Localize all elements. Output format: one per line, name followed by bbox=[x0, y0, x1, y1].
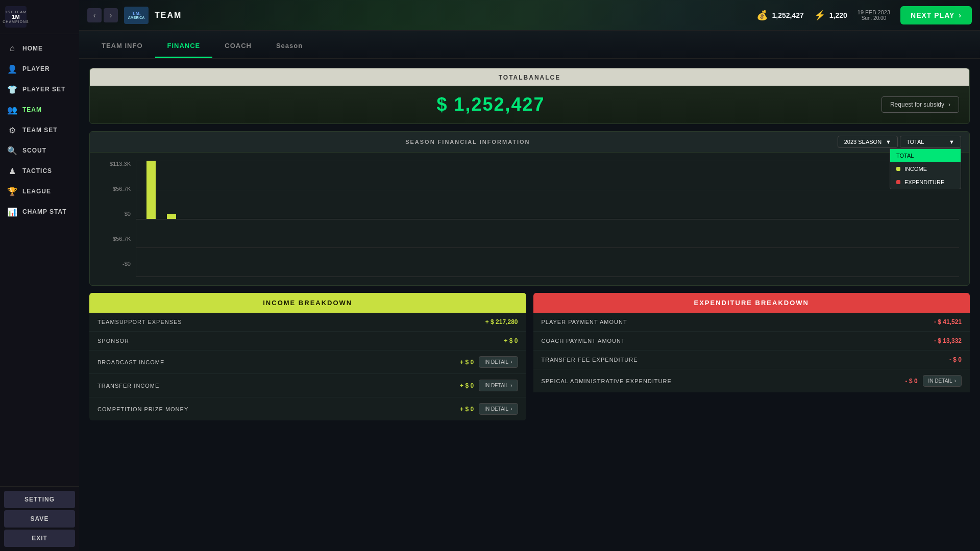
sidebar-item-player-set[interactable]: 👕 PLAYER SET bbox=[0, 79, 79, 99]
subsidy-label: Request for subsidy bbox=[890, 101, 944, 108]
balance-header-text: TOTALBANALCE bbox=[499, 74, 561, 81]
tab-finance[interactable]: FINANCE bbox=[155, 35, 213, 58]
dropdown-option-total[interactable]: TOTAL bbox=[890, 149, 961, 162]
expenditure-detail-label-3: IN DETAIL bbox=[928, 378, 952, 384]
season-dropdown[interactable]: 2023 SEASON ▼ bbox=[838, 136, 898, 148]
day-time-value: Sun. 20:00 bbox=[857, 15, 890, 21]
total-dropdown-chevron-icon: ▼ bbox=[949, 139, 954, 145]
balance-header: TOTALBANALCE bbox=[90, 68, 969, 86]
sidebar-item-label-tactics: TACTICS bbox=[22, 167, 52, 174]
chart-grid-3 bbox=[136, 247, 959, 248]
sidebar-item-label-scout: SCOUT bbox=[22, 147, 46, 154]
sidebar-item-label-player: PLAYER bbox=[22, 65, 50, 72]
tab-coach[interactable]: COACH bbox=[212, 35, 264, 58]
sidebar-item-team[interactable]: 👥 TEAM bbox=[0, 99, 79, 120]
date-value: 19 FEB 2023 bbox=[857, 9, 890, 15]
team-icon: 👥 bbox=[7, 105, 17, 115]
logo-sub-text: CHAMPIONS bbox=[3, 20, 29, 23]
next-play-button[interactable]: NEXT PLAY › bbox=[900, 6, 972, 24]
chart-bar-1 bbox=[167, 214, 176, 218]
sidebar-item-label-team: TEAM bbox=[22, 106, 42, 113]
chart-zero-line bbox=[136, 219, 959, 219]
sidebar-item-league[interactable]: 🏆 LEAGUE bbox=[0, 181, 79, 202]
sidebar-item-scout[interactable]: 🔍 SCOUT bbox=[0, 140, 79, 161]
chart-bar-0 bbox=[146, 161, 156, 219]
chart-y-label-0: $113.3K bbox=[110, 161, 131, 167]
expenditure-label-2: TRANSFER FEE EXPENDITURE bbox=[542, 357, 911, 363]
income-header: INCOME BREAKDOWN bbox=[89, 293, 526, 313]
next-play-label: NEXT PLAY bbox=[911, 11, 954, 19]
sidebar-bottom: SETTING SAVE EXIT bbox=[0, 486, 79, 551]
balance-section: TOTALBANALCE $ 1,252,427 Request for sub… bbox=[89, 68, 970, 124]
sidebar-item-label-champ-stat: CHAMP STAT bbox=[22, 208, 67, 215]
topbar-stats: 💰 1,252,427 ⚡ 1,220 19 FEB 2023 Sun. 20:… bbox=[756, 6, 972, 24]
player-icon: 👤 bbox=[7, 64, 17, 74]
income-row-1: SPONSOR + $ 0 bbox=[89, 332, 526, 350]
topbar-date: 19 FEB 2023 Sun. 20:00 bbox=[857, 9, 890, 21]
income-label-3: TRANSFER INCOME bbox=[97, 383, 423, 389]
dropdown-option-income[interactable]: INCOME bbox=[890, 162, 961, 176]
income-detail-button-3[interactable]: IN DETAIL › bbox=[479, 380, 518, 391]
subsidy-button[interactable]: Request for subsidy › bbox=[881, 96, 959, 113]
balance-amount: $ 1,252,427 bbox=[100, 94, 881, 115]
logo-main-text: 1M bbox=[12, 14, 19, 20]
content-area: TOTALBANALCE $ 1,252,427 Request for sub… bbox=[79, 59, 980, 551]
sidebar-item-tactics[interactable]: ♟ TACTICS bbox=[0, 161, 79, 181]
income-detail-label-4: IN DETAIL bbox=[484, 406, 508, 412]
dropdown-option-expenditure[interactable]: EXPENDITURE bbox=[890, 176, 961, 189]
expenditure-label-0: PLAYER PAYMENT AMOUNT bbox=[542, 319, 911, 325]
total-dropdown-label: TOTAL bbox=[906, 139, 924, 145]
sidebar-item-player[interactable]: 👤 PLAYER bbox=[0, 59, 79, 79]
balance-stat: 💰 1,252,427 bbox=[756, 10, 803, 21]
sidebar-nav: ⌂ HOME 👤 PLAYER 👕 PLAYER SET 👥 TEAM ⚙ TE… bbox=[0, 34, 79, 486]
income-panel: INCOME BREAKDOWN TEAMSUPPORT EXPENSES + … bbox=[89, 293, 526, 420]
expenditure-header: EXPENDITURE BREAKDOWN bbox=[533, 293, 970, 313]
tab-team-info[interactable]: TEAM INFO bbox=[89, 35, 155, 58]
logo-box: 1ST TEAM 1M CHAMPIONS bbox=[5, 6, 27, 28]
champ-stat-icon: 📊 bbox=[7, 207, 17, 217]
income-detail-button-4[interactable]: IN DETAIL › bbox=[479, 403, 518, 415]
income-color-dot bbox=[896, 167, 900, 171]
sidebar-item-team-set[interactable]: ⚙ TEAM SET bbox=[0, 120, 79, 140]
expenditure-detail-arrow-icon-3: › bbox=[954, 378, 956, 384]
breakdown-grid: INCOME BREAKDOWN TEAMSUPPORT EXPENSES + … bbox=[89, 293, 970, 420]
income-value-3: + $ 0 bbox=[428, 382, 474, 389]
score-value: 1,220 bbox=[829, 11, 847, 19]
dropdown-group: 2023 SEASON ▼ TOTAL ▼ TOTAL bbox=[838, 136, 961, 148]
sidebar-item-home[interactable]: ⌂ HOME bbox=[0, 38, 79, 59]
nav-arrows: ‹ › bbox=[87, 8, 118, 22]
dropdown-option-total-label: TOTAL bbox=[896, 153, 914, 159]
season-dropdown-chevron-icon: ▼ bbox=[886, 139, 891, 145]
income-row-3: TRANSFER INCOME + $ 0 IN DETAIL › bbox=[89, 374, 526, 397]
chart-container bbox=[136, 161, 959, 277]
income-detail-label-2: IN DETAIL bbox=[484, 359, 508, 365]
expenditure-row-1: COACH PAYMENT AMOUNT - $ 13,332 bbox=[533, 332, 970, 350]
sidebar-item-label-league: LEAGUE bbox=[22, 188, 51, 195]
income-label-1: SPONSOR bbox=[97, 338, 467, 344]
sidebar-item-label-team-set: TEAM SET bbox=[22, 127, 58, 134]
save-button[interactable]: SAVE bbox=[4, 510, 75, 528]
season-dropdown-label: 2023 SEASON bbox=[844, 139, 881, 145]
topbar: ‹ › T.M. AMERICA TEAM 💰 1,252,427 ⚡ 1,22… bbox=[79, 0, 980, 31]
sidebar-logo: 1ST TEAM 1M CHAMPIONS bbox=[0, 0, 79, 34]
nav-back-button[interactable]: ‹ bbox=[87, 8, 102, 22]
income-detail-label-3: IN DETAIL bbox=[484, 383, 508, 388]
expenditure-detail-button-3[interactable]: IN DETAIL › bbox=[923, 375, 962, 387]
exit-button[interactable]: EXIT bbox=[4, 530, 75, 547]
expenditure-row-3: SPEICAL ADMINISTRATIVE EXPENDITURE - $ 0… bbox=[533, 369, 970, 392]
nav-forward-button[interactable]: › bbox=[104, 8, 118, 22]
sidebar-item-champ-stat[interactable]: 📊 CHAMP STAT bbox=[0, 202, 79, 222]
logo-top-text: 1ST TEAM bbox=[5, 10, 27, 14]
setting-button[interactable]: SETTING bbox=[4, 491, 75, 508]
income-label-0: TEAMSUPPORT EXPENSES bbox=[97, 319, 467, 325]
tab-season[interactable]: Season bbox=[264, 35, 315, 58]
home-icon: ⌂ bbox=[7, 43, 17, 54]
sidebar-item-label-player-set: PLAYER SET bbox=[22, 86, 65, 93]
total-dropdown-button[interactable]: TOTAL ▼ bbox=[900, 136, 961, 148]
financial-title: SEASON FINANCIAL INFORMATION bbox=[98, 139, 838, 145]
team-title: TEAM bbox=[155, 11, 182, 20]
income-detail-button-2[interactable]: IN DETAIL › bbox=[479, 356, 518, 368]
dropdown-option-expenditure-label: EXPENDITURE bbox=[904, 179, 944, 185]
expenditure-panel: EXPENDITURE BREAKDOWN PLAYER PAYMENT AMO… bbox=[533, 293, 970, 420]
scout-icon: 🔍 bbox=[7, 145, 17, 156]
